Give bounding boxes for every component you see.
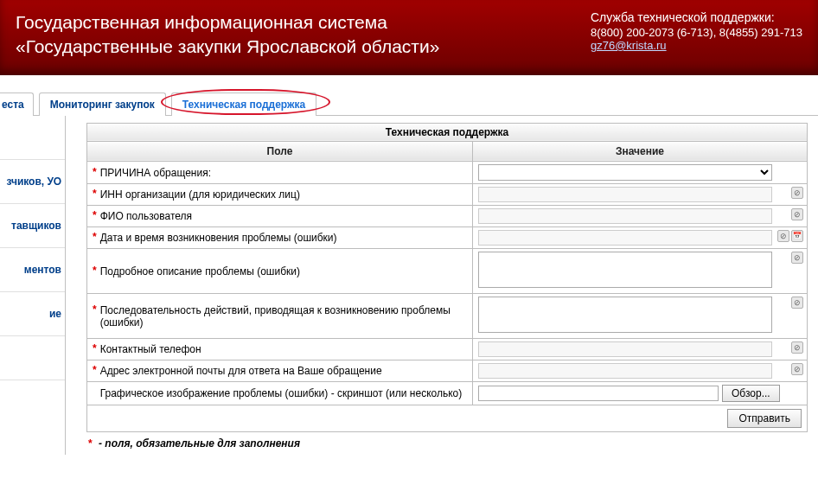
app-title: Государственная информационная система «… <box>16 10 439 60</box>
sidebar-item-3[interactable]: ментов <box>0 248 65 292</box>
inn-input[interactable] <box>478 187 772 202</box>
label-inn: ИНН организации (для юридических лиц) <box>100 188 300 201</box>
content-area: Техническая поддержка Поле Значение *ПРИ… <box>66 116 818 455</box>
sidebar-item-5[interactable] <box>0 336 65 380</box>
clear-icon[interactable] <box>777 230 789 242</box>
sidebar-item-0[interactable] <box>0 116 65 160</box>
app-header: Государственная информационная система «… <box>0 0 818 75</box>
tabs-bar: еста Мониторинг закупок Техническая подд… <box>0 80 818 116</box>
file-path-input[interactable] <box>478 386 719 401</box>
browse-button[interactable]: Обзор... <box>722 385 780 402</box>
label-screenshot: Графическое изображение проблемы (ошибки… <box>100 386 463 399</box>
sidebar-item-1[interactable]: зчиков, УО <box>0 160 65 204</box>
title-line-2: «Государственные закупки Ярославской обл… <box>16 35 439 59</box>
title-line-1: Государственная информационная система <box>16 10 439 35</box>
tab-monitoring[interactable]: Мониторинг закупок <box>39 93 166 116</box>
label-reason: ПРИЧИНА обращения: <box>100 166 211 179</box>
support-email-link[interactable]: gz76@krista.ru <box>591 39 667 52</box>
clear-icon[interactable] <box>791 341 803 354</box>
desc-textarea[interactable] <box>478 252 772 288</box>
datetime-input[interactable] <box>478 230 772 246</box>
label-steps: Последовательность действий, приводящая … <box>100 303 467 329</box>
fio-input[interactable] <box>478 208 772 224</box>
clear-icon[interactable] <box>791 208 803 220</box>
sidebar: зчиков, УО тавщиков ментов ие <box>0 116 66 455</box>
label-desc: Подробное описание проблемы (ошибки) <box>100 265 300 278</box>
calendar-icon[interactable] <box>791 230 803 242</box>
form-title: Техническая поддержка <box>87 123 808 141</box>
tab-support[interactable]: Техническая поддержка <box>171 93 316 116</box>
clear-icon[interactable] <box>791 187 803 199</box>
support-phones: 8(800) 200-2073 (6-713), 8(4855) 291-713 <box>591 26 802 39</box>
required-star: * <box>93 166 100 178</box>
clear-icon[interactable] <box>791 252 803 264</box>
label-phone: Контактный телефон <box>100 342 201 355</box>
clear-icon[interactable] <box>791 297 803 309</box>
label-fio: ФИО пользователя <box>100 209 192 222</box>
support-title: Служба технической поддержки: <box>591 10 802 24</box>
support-block: Служба технической поддержки: 8(800) 200… <box>591 10 802 60</box>
phone-input[interactable] <box>478 341 772 357</box>
label-email: Адрес электронной почты для ответа на Ва… <box>100 364 382 377</box>
email-input[interactable] <box>478 363 772 379</box>
clear-icon[interactable] <box>791 363 803 375</box>
required-footnote: * - поля, обязательные для заполнения <box>86 432 818 455</box>
sidebar-item-2[interactable]: тавщиков <box>0 204 65 248</box>
col-header-value: Значение <box>473 141 808 161</box>
sidebar-item-4[interactable]: ие <box>0 292 65 336</box>
tab-partial[interactable]: еста <box>0 93 34 116</box>
submit-button[interactable]: Отправить <box>727 409 802 428</box>
support-form-table: Техническая поддержка Поле Значение *ПРИ… <box>86 123 808 432</box>
col-header-field: Поле <box>87 141 473 161</box>
steps-textarea[interactable] <box>478 297 772 333</box>
label-datetime: Дата и время возникновения проблемы (оши… <box>100 231 337 244</box>
reason-select[interactable] <box>478 164 772 181</box>
